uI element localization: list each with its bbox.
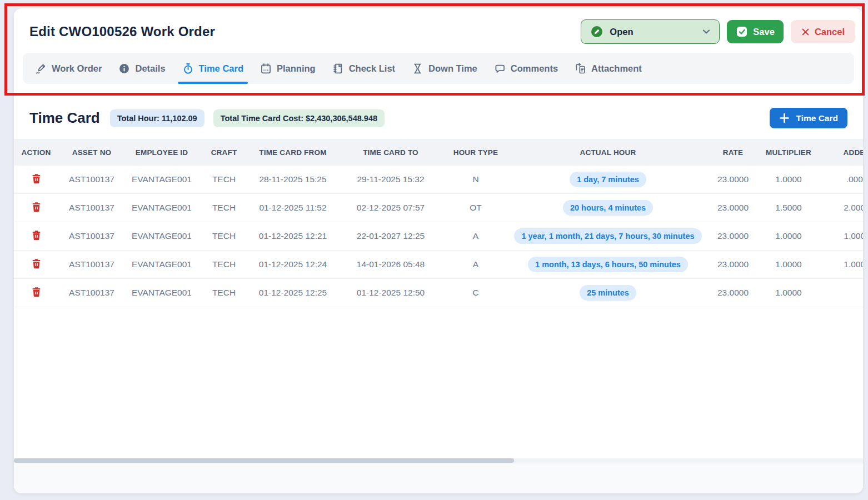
notebook-icon — [332, 63, 344, 74]
section-header: Time Card Total Hour: 11,102.09 Total Ti… — [14, 94, 863, 139]
page: Edit CWO100526 Work Order Open Save — [0, 0, 868, 500]
col-header-hour-type: HOUR TYPE — [445, 148, 506, 157]
work-order-edit-card: Edit CWO100526 Work Order Open Save — [14, 8, 863, 493]
cell-time-card-to: 29-11-2025 15:32 — [336, 174, 445, 184]
cell-hour-type: N — [445, 174, 506, 184]
x-icon — [801, 28, 810, 36]
horizontal-scrollbar-track[interactable] — [14, 458, 863, 463]
col-header-rate: RATE — [710, 148, 756, 157]
delete-row-button[interactable] — [32, 258, 41, 269]
col-header-employee-id: EMPLOYEE ID — [125, 148, 198, 157]
chat-bubble-icon — [494, 63, 506, 74]
tab-check-list[interactable]: Check List — [332, 53, 395, 84]
col-header-action: ACTION — [14, 148, 58, 157]
actual-hour-badge: 25 minutes — [580, 285, 636, 301]
tab-label: Down Time — [428, 63, 477, 74]
delete-row-button[interactable] — [32, 287, 41, 297]
cell-multiplier: 1.0000 — [756, 288, 821, 298]
cell-multiplier: 1.0000 — [756, 231, 821, 241]
save-button-label: Save — [753, 27, 775, 37]
section-title: Time Card — [29, 109, 100, 127]
delete-row-button[interactable] — [32, 173, 41, 184]
col-header-adder: ADDER — [821, 148, 863, 157]
header-actions: Open Save Cancel — [581, 19, 855, 44]
tab-details[interactable]: Details — [118, 53, 165, 84]
stopwatch-icon — [182, 63, 194, 74]
tab-label: Attachment — [591, 63, 642, 74]
tab-label: Time Card — [199, 63, 243, 74]
cell-asset-no: AST100137 — [58, 288, 125, 298]
cell-rate: 23.0000 — [710, 203, 756, 213]
cell-asset-no: AST100137 — [58, 203, 125, 213]
cell-multiplier: 1.5000 — [756, 203, 821, 213]
tab-planning[interactable]: Planning — [260, 53, 316, 84]
trash-icon — [32, 230, 41, 241]
cell-employee-id: EVANTAGE001 — [125, 174, 198, 184]
trash-icon — [32, 287, 41, 297]
actual-hour-badge: 1 month, 13 days, 6 hours, 50 minutes — [528, 257, 688, 272]
cell-craft: TECH — [198, 259, 250, 269]
save-button[interactable]: Save — [727, 20, 784, 43]
status-pen-circle-icon — [590, 25, 603, 38]
cell-time-card-from: 01-12-2025 12:24 — [250, 259, 336, 269]
cell-adder: 1.0000 — [821, 231, 863, 241]
col-header-asset-no: ASSET NO — [58, 148, 125, 157]
status-dropdown[interactable]: Open — [581, 19, 720, 44]
total-hour-badge: Total Hour: 11,102.09 — [110, 109, 204, 127]
delete-row-button[interactable] — [32, 230, 41, 241]
cell-employee-id: EVANTAGE001 — [125, 203, 198, 213]
cell-rate: 23.0000 — [710, 288, 756, 298]
cell-hour-type: C — [445, 288, 506, 298]
cell-hour-type: A — [445, 231, 506, 241]
cell-multiplier: 1.0000 — [756, 259, 821, 269]
chevron-down-icon — [701, 26, 712, 37]
total-cost-badge: Total Time Card Cost: $2,430,306,548.948 — [213, 109, 385, 127]
cell-craft: TECH — [198, 288, 250, 298]
cell-asset-no: AST100137 — [58, 231, 125, 241]
cell-time-card-from: 01-12-2025 12:21 — [250, 231, 336, 241]
cell-time-card-from: 28-11-2025 15:25 — [250, 174, 336, 184]
cell-time-card-to: 02-12-2025 07:57 — [336, 203, 445, 213]
cell-asset-no: AST100137 — [58, 259, 125, 269]
cell-hour-type: A — [445, 259, 506, 269]
tab-down-time[interactable]: Down Time — [412, 53, 477, 84]
pen-signature-icon — [35, 63, 47, 74]
tab-label: Check List — [349, 63, 395, 74]
cell-adder: 1.0000 — [821, 259, 863, 269]
delete-row-button[interactable] — [32, 202, 41, 212]
hourglass-icon — [412, 63, 423, 74]
cancel-button-label: Cancel — [815, 27, 845, 37]
cell-craft: TECH — [198, 174, 250, 184]
cell-time-card-to: 22-01-2027 12:25 — [336, 231, 445, 241]
cell-hour-type: OT — [445, 203, 506, 213]
table-row: AST100137 EVANTAGE001 TECH 01-12-2025 11… — [14, 194, 863, 222]
cell-time-card-to: 01-12-2025 12:50 — [336, 288, 445, 298]
tab-label: Planning — [277, 63, 316, 74]
cell-time-card-from: 01-12-2025 12:25 — [250, 288, 336, 298]
table-header-row: ACTION ASSET NO EMPLOYEE ID CRAFT TIME C… — [14, 139, 863, 166]
cell-rate: 23.0000 — [710, 174, 756, 184]
cell-adder: 2.0000 — [821, 203, 863, 213]
tab-comments[interactable]: Comments — [494, 53, 558, 84]
card-header: Edit CWO100526 Work Order Open Save — [14, 8, 863, 51]
cell-craft: TECH — [198, 203, 250, 213]
cell-asset-no: AST100137 — [58, 174, 125, 184]
col-header-actual-hour: ACTUAL HOUR — [506, 148, 710, 157]
add-time-card-label: Time Card — [796, 113, 838, 123]
status-label: Open — [610, 27, 695, 37]
horizontal-scrollbar-thumb[interactable] — [14, 458, 514, 463]
table-row: AST100137 EVANTAGE001 TECH 01-12-2025 12… — [14, 251, 863, 279]
tab-label: Comments — [511, 63, 558, 74]
actual-hour-badge: 20 hours, 4 minutes — [563, 200, 653, 216]
tab-work-order[interactable]: Work Order — [35, 53, 102, 84]
tab-time-card[interactable]: Time Card — [182, 53, 243, 84]
table-row: AST100137 EVANTAGE001 TECH 28-11-2025 15… — [14, 166, 863, 194]
tab-attachment[interactable]: Attachment — [575, 53, 642, 84]
card-footer — [14, 463, 863, 493]
add-time-card-button[interactable]: Time Card — [770, 108, 847, 128]
info-circle-icon — [118, 63, 130, 74]
table-row: AST100137 EVANTAGE001 TECH 01-12-2025 12… — [14, 279, 863, 307]
cancel-button[interactable]: Cancel — [791, 20, 855, 43]
trash-icon — [32, 258, 41, 269]
col-header-craft: CRAFT — [198, 148, 250, 157]
